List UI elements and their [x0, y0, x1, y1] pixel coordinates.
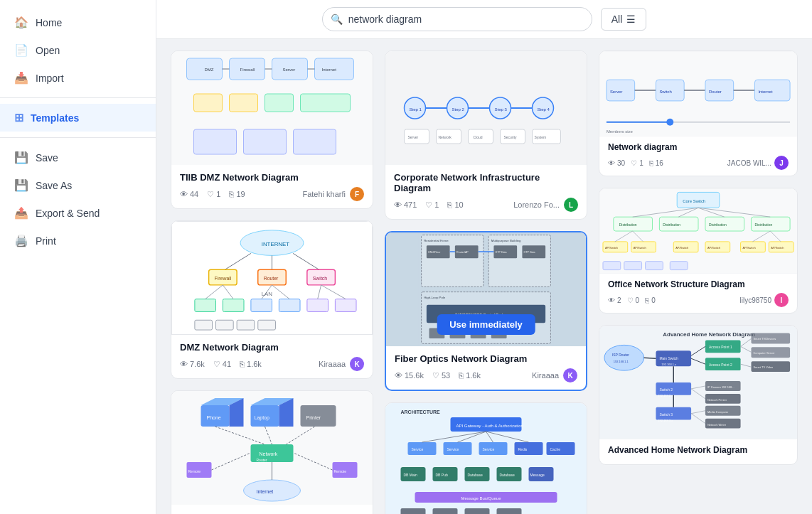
- svg-text:Server: Server: [283, 68, 296, 72]
- avatar-fiber: K: [563, 368, 577, 382]
- avatar-dmz: K: [350, 357, 364, 371]
- svg-text:Message: Message: [530, 473, 545, 477]
- svg-text:Database: Database: [468, 473, 484, 477]
- sidebar-item-label: Open: [36, 45, 60, 56]
- svg-text:Distribution: Distribution: [709, 223, 727, 227]
- svg-text:API Gateway - Auth & Authoriza: API Gateway - Auth & Authorization: [456, 424, 523, 428]
- card-info-dmz: DMZ Network Diagram 👁 7.6k ♡ 41 ⎘ 1.6k K…: [171, 335, 373, 378]
- svg-rect-32: [223, 299, 244, 312]
- svg-text:Server: Server: [408, 135, 419, 139]
- sidebar-item-save[interactable]: 💾 Save: [0, 144, 156, 171]
- svg-text:Cache: Cache: [550, 447, 561, 451]
- card-thumb-microservice: ARCHITECTURE API Gateway - Auth & Author…: [385, 403, 587, 514]
- right-thumb-office: Core Switch Distribution Distribution Di…: [599, 188, 797, 274]
- svg-text:Server: Server: [610, 90, 623, 94]
- svg-text:Smart TV Video: Smart TV Video: [753, 365, 774, 369]
- svg-text:Firewall: Firewall: [215, 276, 232, 281]
- author-office: lilyc98750 l: [740, 293, 789, 307]
- sidebar-item-templates[interactable]: ⊞ Templates: [0, 104, 156, 132]
- card-info-corporate: Corporate Network Infrastructure Diagram…: [385, 165, 587, 219]
- thumb-svg-dmz: INTERNET Firewall Router Switch: [172, 222, 372, 334]
- author-rnetwork: JACOB WIL... J: [727, 156, 789, 170]
- copies-dmz: ⎘ 1.6k: [240, 360, 262, 368]
- svg-text:Database: Database: [500, 473, 515, 477]
- copies-rnetwork: ⎘ 16: [649, 159, 663, 167]
- right-card-meta-office: 👁 2 ♡ 0 ⎘ 0 lilyc98750 l: [608, 293, 789, 307]
- svg-text:Step 2: Step 2: [452, 107, 465, 112]
- svg-rect-33: [251, 299, 272, 312]
- svg-text:Distribution: Distribution: [619, 223, 637, 227]
- thumb-svg-fiber: Residential Home Multipurpose Building O…: [386, 232, 586, 346]
- svg-text:AP/Switch: AP/Switch: [675, 246, 688, 250]
- svg-text:Internet: Internet: [758, 90, 772, 94]
- all-filter-button[interactable]: All ☰: [601, 8, 647, 31]
- card-network-example[interactable]: Phone Laptop Printer Network Router: [171, 390, 373, 514]
- views-corporate: 👁 471: [394, 200, 417, 209]
- author-dmz: Kiraaaa K: [319, 357, 364, 371]
- card-corporate[interactable]: Step 1 Step 2 Step 3 Step 4 Server: [385, 50, 587, 220]
- svg-text:Internet: Internet: [322, 68, 337, 72]
- author-fiber: Kiraaaa K: [532, 368, 577, 382]
- svg-rect-203: [670, 262, 688, 270]
- svg-rect-31: [195, 299, 216, 312]
- card-meta-tiib-dmz: 👁 44 ♡ 1 ⎘ 19 Fatehi kharfi F: [180, 187, 364, 201]
- right-card-network[interactable]: Server Switch Router Internet: [599, 50, 798, 176]
- svg-text:OLT/GPON/PON Central Rack: OLT/GPON/PON Central Rack: [455, 313, 505, 317]
- likes-fiber: ♡ 53: [432, 371, 450, 380]
- svg-point-167: [666, 119, 673, 126]
- right-card-office[interactable]: Core Switch Distribution Distribution Di…: [599, 188, 798, 314]
- svg-text:Phone: Phone: [207, 415, 221, 420]
- thumb-svg: DMZ Firewall Server Internet: [171, 51, 373, 165]
- svg-rect-118: [491, 328, 507, 339]
- likes-office: ♡ 0: [627, 296, 640, 304]
- search-container: 🔍: [322, 7, 592, 31]
- svg-text:LAN: LAN: [262, 291, 273, 297]
- sidebar-item-save-as[interactable]: 💾 Save As: [0, 171, 156, 199]
- search-input[interactable]: [322, 7, 592, 31]
- sidebar-divider2: [0, 137, 156, 138]
- right-card-home[interactable]: Advanced Home Network Diagram ISP Router…: [599, 325, 798, 465]
- svg-text:Remote: Remote: [334, 469, 347, 473]
- svg-text:ONU/Fiber: ONU/Fiber: [428, 251, 441, 254]
- right-card-title-office: Office Network Structure Diagram: [608, 279, 789, 289]
- svg-rect-200: [603, 262, 621, 270]
- sidebar-item-label: Export & Send: [36, 208, 100, 219]
- sidebar-item-home[interactable]: 🏠 Home: [0, 9, 156, 36]
- svg-rect-201: [624, 262, 642, 270]
- open-icon: 📄: [14, 43, 28, 57]
- save-icon: 💾: [14, 151, 28, 164]
- avatar-rnetwork: J: [774, 156, 789, 170]
- svg-text:Network: Network: [260, 451, 278, 456]
- views-dmz: 👁 7.6k: [180, 360, 205, 368]
- svg-text:DB Pub: DB Pub: [436, 473, 448, 477]
- svg-rect-115: [429, 328, 445, 339]
- svg-rect-35: [307, 299, 328, 312]
- right-column: Server Switch Router Internet: [599, 50, 798, 514]
- avatar-office: l: [774, 293, 789, 307]
- card-fiber-optics[interactable]: Residential Home Multipurpose Building O…: [385, 231, 587, 391]
- svg-text:Access Point 2: Access Point 2: [709, 363, 732, 367]
- svg-text:Redis: Redis: [518, 447, 528, 451]
- sidebar-item-print[interactable]: 🖨️ Print: [0, 227, 156, 255]
- copies-corporate: ⎘ 10: [447, 200, 463, 209]
- svg-text:AP/Switch: AP/Switch: [634, 246, 646, 250]
- svg-rect-202: [646, 262, 663, 270]
- views-tiib-dmz: 👁 44: [180, 190, 198, 198]
- svg-text:ARCHITECTURE: ARCHITECTURE: [401, 409, 441, 414]
- svg-text:192.168.3.x: 192.168.3.x: [658, 419, 673, 422]
- card-microservice[interactable]: ARCHITECTURE API Gateway - Auth & Author…: [385, 402, 587, 514]
- svg-text:Service: Service: [483, 447, 495, 451]
- card-tiib-dmz[interactable]: DMZ Firewall Server Internet TIIB DMZ Ne…: [171, 50, 373, 209]
- views-office: 👁 2: [608, 296, 621, 304]
- sidebar-item-export[interactable]: 📤 Export & Send: [0, 199, 156, 227]
- svg-rect-10: [265, 94, 294, 112]
- svg-text:DMZ: DMZ: [205, 68, 214, 72]
- svg-text:System: System: [535, 135, 547, 139]
- svg-rect-38: [216, 320, 234, 330]
- card-dmz-network[interactable]: INTERNET Firewall Router Switch: [171, 220, 373, 379]
- sidebar-item-open[interactable]: 📄 Open: [0, 36, 156, 64]
- svg-text:Switch: Switch: [659, 90, 672, 94]
- sidebar-item-import[interactable]: 📥 Import: [0, 64, 156, 92]
- svg-text:Step 1: Step 1: [410, 107, 422, 112]
- author-corporate: Lorenzo Fo... L: [513, 198, 578, 212]
